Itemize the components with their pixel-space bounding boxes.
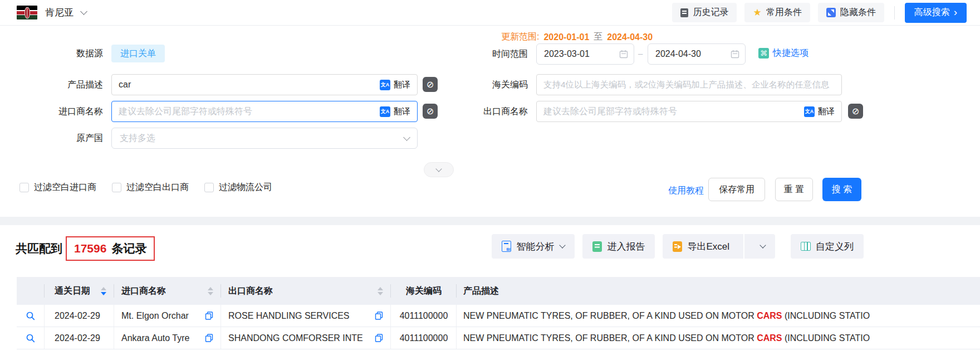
export-options-caret[interactable] bbox=[749, 234, 775, 259]
topbar-actions: 历史记录 ★ 常用条件 隐藏条件 高级搜索 › bbox=[672, 3, 967, 23]
cell-importer[interactable]: Ankara Auto Tyre bbox=[121, 333, 189, 343]
divider bbox=[743, 234, 744, 259]
quick-options-icon: ⌘ bbox=[758, 48, 769, 59]
chevron-down-icon[interactable] bbox=[80, 8, 87, 15]
reset-button[interactable]: 重 置 bbox=[775, 178, 813, 201]
checkbox-icon bbox=[112, 183, 121, 192]
cell-hs-code: 4011100000 bbox=[400, 311, 448, 321]
hs-code-input[interactable] bbox=[543, 80, 835, 90]
importer-input[interactable] bbox=[119, 106, 380, 116]
history-icon bbox=[680, 8, 688, 17]
calendar-icon bbox=[619, 50, 628, 59]
collapse-icon bbox=[826, 8, 836, 17]
cell-product-desc: NEW PNEUMATIC TYRES, OF RUBBER, OF A KIN… bbox=[463, 311, 870, 321]
enter-report-button[interactable]: 进入报告 bbox=[582, 234, 655, 259]
checkbox-icon bbox=[19, 183, 29, 192]
table-row: 2024-02-29 Mt. Elgon Orchar ROSE HANDLIN… bbox=[17, 305, 980, 327]
checkbox-filter-logistics[interactable]: 过滤物流公司 bbox=[204, 182, 272, 193]
favorite-conditions-button[interactable]: ★ 常用条件 bbox=[744, 3, 810, 22]
kenya-flag-icon bbox=[17, 6, 37, 20]
copy-icon[interactable] bbox=[205, 334, 213, 342]
row-detail-search-icon[interactable] bbox=[26, 333, 36, 343]
header-product-desc: 产品描述 bbox=[457, 277, 980, 305]
translate-button[interactable]: 文A 翻译 bbox=[380, 106, 410, 117]
star-icon: ★ bbox=[753, 8, 761, 17]
analysis-icon bbox=[502, 241, 511, 252]
exporter-inputbox: 文A 翻译 bbox=[536, 101, 842, 122]
origin-placeholder: 支持多选 bbox=[120, 133, 404, 144]
hide-conditions-button[interactable]: 隐藏条件 bbox=[818, 3, 884, 22]
columns-icon bbox=[801, 242, 811, 251]
header-search-column bbox=[17, 277, 45, 305]
chevron-down-icon bbox=[759, 242, 766, 248]
count-highlight-box: 17596 条记录 bbox=[66, 236, 155, 261]
report-icon bbox=[592, 241, 602, 252]
cell-exporter[interactable]: ROSE HANDLING SERVICES bbox=[228, 311, 350, 321]
tutorial-link[interactable]: 使用教程 bbox=[668, 185, 704, 197]
product-desc-label: 产品描述 bbox=[0, 79, 103, 90]
export-excel-split-button: 导出Excel bbox=[663, 234, 775, 259]
data-source-label: 数据源 bbox=[0, 48, 103, 59]
row-detail-search-icon[interactable] bbox=[26, 311, 36, 321]
date-from-picker[interactable]: 2023-03-01 bbox=[536, 43, 634, 65]
hs-code-label: 海关编码 bbox=[428, 79, 528, 90]
save-favorite-button[interactable]: 保存常用 bbox=[708, 178, 765, 201]
search-button[interactable]: 搜 索 bbox=[822, 178, 861, 201]
sort-asc-icon bbox=[101, 287, 106, 290]
sort-desc-icon-active bbox=[101, 292, 106, 295]
keyword-highlight: CARS bbox=[757, 333, 782, 343]
sort-icons[interactable] bbox=[378, 287, 383, 295]
quick-options-button[interactable]: ⌘ 快捷选项 bbox=[758, 47, 808, 59]
chevron-down-icon bbox=[435, 166, 442, 172]
top-bar: 肯尼亚 历史记录 ★ 常用条件 隐藏条件 高级搜索 › bbox=[0, 0, 980, 26]
custom-columns-button[interactable]: 自定义列 bbox=[791, 234, 864, 259]
sort-icons[interactable] bbox=[101, 287, 106, 295]
cell-date: 2024-02-29 bbox=[55, 333, 100, 343]
country-selector-label[interactable]: 肯尼亚 bbox=[45, 6, 74, 19]
cell-exporter[interactable]: SHANDONG COMFORSER INTE bbox=[228, 333, 363, 343]
smart-analysis-button[interactable]: 智能分析 bbox=[492, 234, 575, 259]
sort-asc-icon bbox=[208, 287, 213, 290]
update-to-date: 2024-04-30 bbox=[607, 32, 653, 42]
header-clearance-date[interactable]: 通关日期 bbox=[45, 277, 114, 305]
translate-icon: 文A bbox=[804, 106, 815, 117]
product-desc-inputbox: 文A 翻译 bbox=[111, 74, 418, 95]
chevron-down-icon bbox=[403, 134, 410, 141]
header-importer[interactable]: 进口商名称 bbox=[114, 277, 221, 305]
exporter-input[interactable] bbox=[543, 106, 804, 116]
expand-collapse-pill[interactable] bbox=[424, 162, 454, 177]
copy-icon[interactable] bbox=[375, 312, 383, 320]
product-desc-input[interactable] bbox=[119, 80, 380, 90]
copy-icon[interactable] bbox=[375, 334, 383, 342]
result-count-line: 共匹配到 17596 条记录 bbox=[16, 236, 155, 261]
advanced-search-button[interactable]: 高级搜索 › bbox=[905, 3, 967, 23]
checkbox-filter-blank-importer[interactable]: 过滤空白进口商 bbox=[19, 182, 96, 193]
table-header-row: 通关日期 进口商名称 出口商名称 bbox=[17, 277, 980, 305]
result-actions: 智能分析 进入报告 导出Excel 自定义列 bbox=[492, 234, 864, 259]
update-from-date: 2020-01-01 bbox=[543, 32, 589, 42]
data-source-chip-import[interactable]: 进口关单 bbox=[111, 45, 165, 62]
divider bbox=[894, 6, 895, 20]
cell-importer[interactable]: Mt. Elgon Orchar bbox=[121, 311, 189, 321]
sort-asc-icon bbox=[378, 287, 383, 290]
time-range-label: 时间范围 bbox=[428, 48, 528, 60]
chevron-right-icon: › bbox=[954, 7, 957, 17]
export-excel-button[interactable]: 导出Excel bbox=[663, 234, 738, 259]
table-row: 2024-02-29 Ankara Auto Tyre SHANDONG COM… bbox=[17, 327, 980, 349]
checkbox-filter-blank-exporter[interactable]: 过滤空白出口商 bbox=[112, 182, 189, 193]
origin-country-select[interactable]: 支持多选 bbox=[111, 128, 418, 149]
importer-label: 进口商名称 bbox=[0, 106, 103, 117]
exclude-keywords-button[interactable]: ⊘ bbox=[848, 104, 863, 119]
translate-button[interactable]: 文A 翻译 bbox=[380, 80, 410, 90]
date-to-picker[interactable]: 2024-04-30 bbox=[648, 43, 746, 65]
translate-button[interactable]: 文A 翻译 bbox=[804, 106, 835, 117]
history-button[interactable]: 历史记录 bbox=[672, 3, 737, 22]
keyword-highlight: CARS bbox=[757, 311, 782, 320]
sort-icons[interactable] bbox=[208, 287, 213, 295]
importer-inputbox: 文A 翻译 bbox=[111, 101, 418, 122]
copy-icon[interactable] bbox=[205, 312, 213, 320]
header-hs-code: 海关编码 bbox=[391, 277, 457, 305]
record-count: 17596 bbox=[74, 242, 106, 255]
chevron-down-icon bbox=[560, 242, 566, 248]
header-exporter[interactable]: 出口商名称 bbox=[221, 277, 391, 305]
